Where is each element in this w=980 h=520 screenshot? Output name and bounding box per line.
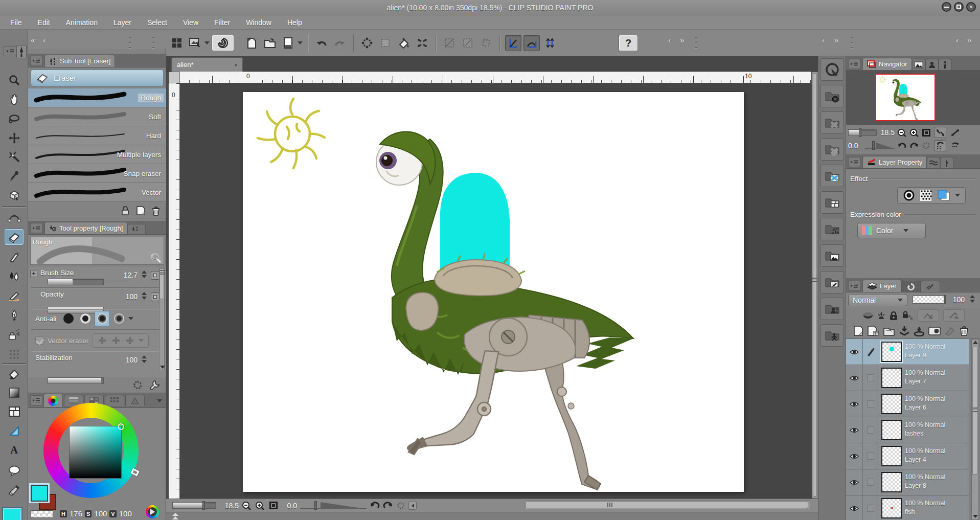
layer6-visibility-toggle[interactable] [846,391,863,417]
foreground-color-swatch[interactable] [31,485,48,502]
vector-eraser-modes[interactable] [93,333,149,348]
opacity-dynamics-button[interactable] [151,292,159,301]
pen-nib-tool[interactable] [5,307,24,323]
minimize-button[interactable] [942,2,951,12]
effect-dropdown-icon[interactable] [955,194,960,197]
menu-view[interactable]: View [178,18,209,27]
layer-search-tab[interactable] [901,281,921,292]
color-dock-button-2[interactable] [821,138,844,161]
sv-square[interactable] [69,426,122,479]
clipping-mask-icon[interactable] [862,311,874,320]
canvas-vscrollbar[interactable] [812,72,818,499]
navigator-menu-button[interactable] [848,59,860,69]
navigator-tab[interactable]: Navigator [862,58,912,70]
layer7-thumbnail[interactable] [881,368,902,388]
stabilization-spinner[interactable] [141,355,147,363]
layer-color-effect-icon[interactable] [937,189,950,201]
text-tool[interactable]: A [5,442,24,458]
menu-file[interactable]: File [5,18,33,27]
transfer-down-icon[interactable] [914,325,925,336]
lashes-name[interactable]: lashes [905,429,945,438]
anti-aliasing-strong[interactable] [111,311,127,326]
opacity-spinner[interactable] [141,292,147,300]
collapse-statusbar-icon[interactable] [408,502,417,510]
trim-icon[interactable] [460,35,476,51]
clip-studio-launch-button[interactable] [212,35,234,51]
fill-icon[interactable] [396,35,412,51]
material-edit-dock-button[interactable] [821,271,844,293]
color-panel-menu-button[interactable] [30,395,42,405]
layer8-name[interactable]: Layer 8 [905,482,945,490]
eyedropper-tool[interactable] [5,168,24,184]
lashes-visibility-toggle[interactable] [846,417,863,443]
fish-visibility-toggle[interactable] [846,495,863,520]
layer-row-layer6[interactable]: 100 % NormalLayer 6 [846,391,969,417]
lock-transparent-icon[interactable] [902,311,914,321]
transparent-color-swatch[interactable] [31,510,53,518]
layer9-name[interactable]: Layer 9 [905,351,945,360]
canvas-dock-grip[interactable] [695,37,697,48]
lashes-edit-checkbox[interactable] [863,417,878,443]
subtool-item-vector[interactable]: Vector [28,183,166,202]
apply-mask-icon[interactable] [944,326,955,336]
layer-opacity-slider[interactable] [913,296,945,304]
menu-animation[interactable]: Animation [61,18,108,27]
workspace-grid-icon[interactable] [169,35,185,51]
material-image-dock-button[interactable] [821,244,844,267]
right-panel-expand-icon[interactable]: » [967,36,971,44]
eraser-tool-group-button[interactable]: Eraser [31,70,164,86]
navigator-zoom-out-icon[interactable] [897,128,907,137]
layer6-edit-checkbox[interactable] [863,391,878,417]
lashes-thumbnail[interactable] [881,420,902,440]
close-button[interactable]: × [966,2,976,12]
rotation-slider[interactable] [300,501,367,510]
tone-effect-icon[interactable] [903,189,915,201]
right-panel-grip[interactable] [851,37,853,48]
anti-aliasing-dropdown-icon[interactable] [128,317,133,320]
fit-to-screen-icon[interactable] [268,501,279,510]
layer-list-scrollbar[interactable] [971,339,979,520]
layer4-name[interactable]: Layer 4 [905,456,945,464]
navigator-rotation-slider[interactable] [865,141,895,150]
anti-aliasing-weak[interactable] [78,311,93,326]
color-dock-button-1[interactable] [821,111,844,134]
move-layer-tool[interactable] [5,130,24,146]
rotate-cw-icon[interactable] [383,501,393,510]
sv-cursor[interactable] [118,423,124,430]
color-set-tab[interactable] [105,395,124,406]
layer-panel-menu-button[interactable] [848,281,860,291]
gradient-tool[interactable] [5,385,24,400]
opacity-value[interactable]: 100 [119,292,138,301]
commandbar-grip[interactable] [152,37,154,48]
layer-row-lashes[interactable]: 100 % Normallashes [846,417,969,443]
brush-size-slider[interactable] [48,279,104,285]
shrink-panel-dock-icon[interactable]: ‹ [43,36,45,44]
navigator-fit-icon[interactable] [922,128,931,137]
decoration-tool[interactable] [5,346,24,362]
collapse-panel-dock-icon[interactable]: « [31,36,35,44]
hue-cursor[interactable] [130,468,139,476]
stabilization-value[interactable]: 100 [119,356,138,364]
menu-filter[interactable]: Filter [209,18,241,27]
blend-tool[interactable] [5,268,24,284]
canvas-viewport[interactable] [180,83,811,499]
menu-edit[interactable]: Edit [33,18,61,27]
help-button[interactable]: ? [619,35,638,51]
save-icon[interactable] [280,35,297,51]
canvas-page[interactable] [243,92,744,492]
main-color-swatch[interactable] [3,508,21,520]
snap-grid-icon[interactable] [542,35,558,51]
navigator-flip-horizontal-button[interactable] [934,140,946,151]
material-effect-dock-button[interactable] [821,218,844,240]
subtool-tab[interactable]: Sub Tool [Eraser] [44,55,115,67]
new-file-icon[interactable] [243,35,260,51]
subtool-item-soft[interactable]: Soft [28,107,166,126]
snap-special-ruler-icon[interactable] [523,35,540,51]
subtool-item-hard[interactable]: Hard [28,126,166,145]
auto-select-tool[interactable] [5,149,24,165]
zoom-out-icon[interactable] [242,501,252,510]
material-pose-dock-button[interactable] [821,324,844,347]
animation-timeline-tab[interactable] [921,281,940,292]
quick-access-dock-button[interactable] [821,58,844,81]
wrench-settings-icon[interactable] [149,379,160,391]
